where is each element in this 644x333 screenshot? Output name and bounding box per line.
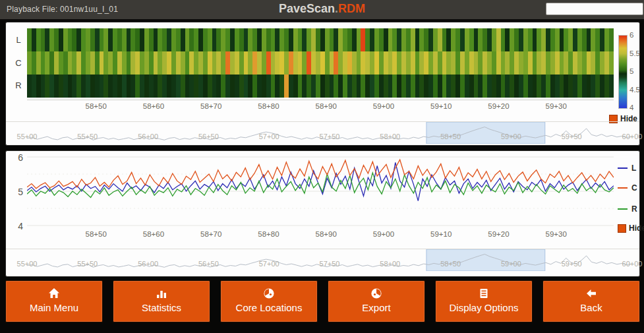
button-label: Back [543,302,639,313]
series-line-l [27,162,614,200]
button-label: Display Options [436,302,532,313]
legend-label-l: L [631,164,636,173]
heatmap-row-l [27,28,614,51]
colorbar-tick: 5 [629,67,633,75]
overview-tick-label: 57+00 [259,133,279,140]
legend-line-l-icon [618,167,628,169]
line-chart-panel: 6 5 4 58+5058+6058+7058+8058+9059+0059+1… [5,150,640,277]
legend-item-c[interactable]: C [618,183,637,193]
overview-scrubber-top[interactable]: 55+0055+5056+0056+5057+0057+5058+0058+50… [6,121,639,144]
overview-tick-label: 58+50 [440,260,461,268]
overview-tick-label: 56+50 [198,260,219,268]
back-arrow-icon [543,287,639,300]
overview-tick-label: 57+00 [259,260,279,268]
home-icon [6,287,102,300]
x-tick-label: 58+90 [316,102,337,110]
legend-label-c: C [631,183,637,193]
overview-tick-label: 55+00 [17,133,38,140]
overview-tick-label: 58+50 [440,133,461,140]
overview-tick-label: 59+50 [562,133,582,140]
globe-arrow-icon [328,287,424,300]
core-locations-button[interactable]: Core Locations [220,280,318,322]
legend-line-c-icon [618,187,628,189]
x-tick-label: 58+70 [200,230,221,238]
app-title-main: PaveScan [279,2,335,15]
overview-tick-label: 55+00 [17,260,38,268]
display-options-button[interactable]: Display Options [435,280,533,322]
colorbar [618,35,628,109]
x-tick-label: 58+70 [200,102,221,110]
overview-tick-label: 59+50 [562,260,582,268]
legend-item-r[interactable]: R [618,204,637,214]
overview-tick-label: 58+00 [380,133,400,140]
x-tick-label: 59+20 [488,102,509,110]
legend-label-r: R [631,204,637,214]
button-label: Core Locations [221,302,317,313]
button-label: Statistics [113,302,210,313]
overview-tick-label: 56+00 [138,133,158,140]
overview-tick-label: 55+50 [77,260,98,268]
heatmap-row-label-l: L [13,35,24,45]
x-tick-label: 58+80 [258,102,279,110]
line-chart-hide-button[interactable]: Hide [618,224,644,233]
top-text-input[interactable] [546,3,643,15]
app-title-accent: RDM [338,2,365,15]
globe-icon [221,287,317,300]
colorbar-tick: 4.5 [629,86,640,94]
heatmap-x-axis [27,100,614,100]
colorbar-tick: 6 [629,31,633,39]
y-tick-6: 6 [6,152,23,163]
main-menu-button[interactable]: Main Menu [5,280,103,322]
heatmap-row-r [27,75,614,98]
dielectric-heatmap[interactable] [27,28,614,98]
overview-tick-label: 57+50 [320,133,340,140]
x-tick-label: 58+50 [86,230,107,238]
hide-label: Hide [629,224,644,233]
overview-tick-label: 58+00 [380,260,400,268]
colorbar-tick: 5.5 [629,49,640,57]
list-icon [436,287,532,300]
overview-tick-label: 55+50 [77,133,98,140]
y-tick-5: 5 [6,187,23,197]
overview-tick-label: 59+00 [501,133,521,140]
x-tick-label: 59+00 [373,230,394,238]
line-chart-x-ticks: 58+5058+6058+7058+8058+9059+0059+1059+20… [6,230,639,239]
x-tick-label: 59+30 [546,230,567,238]
overview-scrubber-bottom[interactable]: 55+0055+5056+0056+5057+0057+5058+0058+50… [6,249,639,271]
heatmap-row-label-c: C [13,58,24,68]
x-tick-label: 59+20 [488,230,509,238]
button-label: Main Menu [6,302,102,313]
x-tick-label: 59+10 [430,102,452,110]
overview-tick-label: 56+00 [138,260,158,268]
x-tick-label: 58+90 [316,230,337,238]
export-button[interactable]: Export [328,280,425,322]
overview-tick-label: 56+50 [198,133,219,140]
overview-tick-label: 60+00 [622,133,643,140]
heatmap-x-ticks: 58+5058+6058+7058+8058+9059+0059+1059+20… [6,102,639,111]
hide-icon [618,224,626,233]
heatmap-panel: L C R 58+5058+6058+7058+8058+9059+0059+1… [5,22,640,146]
x-tick-label: 58+60 [143,230,164,238]
statistics-button[interactable]: Statistics [113,280,210,322]
overview-tick-label: 60+00 [622,260,643,268]
x-tick-label: 59+00 [373,102,394,110]
x-tick-label: 59+30 [546,102,567,110]
button-label: Export [328,302,424,313]
x-tick-label: 58+80 [258,230,279,238]
overview-tick-label: 57+50 [320,260,340,268]
back-button[interactable]: Back [542,280,640,322]
x-tick-label: 59+10 [430,230,452,238]
legend-item-l[interactable]: L [618,164,636,173]
legend-line-r-icon [618,208,628,210]
heatmap-row-c [27,51,614,75]
pavescan-app: Playback File: 001nw1uu_I_01 PaveScan.RD… [0,0,644,333]
heatmap-row-label-r: R [13,80,24,90]
colorbar-tick: 4 [629,104,633,111]
overview-tick-label: 59+00 [501,260,521,268]
bar-chart-icon [113,287,210,300]
x-tick-label: 58+50 [86,102,107,110]
top-bar: Playback File: 001nw1uu_I_01 PaveScan.RD… [0,0,644,20]
x-tick-label: 58+60 [143,102,164,110]
